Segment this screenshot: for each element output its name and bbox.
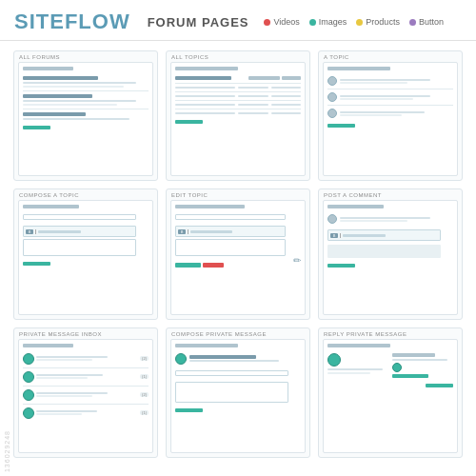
dot-products xyxy=(356,19,363,26)
card-reply-pm: REPLY PRIVATE MESSAGE xyxy=(318,327,463,458)
logo: SITEFLOW xyxy=(14,10,130,34)
card-label-compose-pm: COMPOSE PRIVATE MESSAGE xyxy=(167,328,309,339)
label-images: Images xyxy=(319,17,347,27)
pencil-icon: ✏ xyxy=(293,255,301,266)
card-label-edit-topic: EDIT TOPIC xyxy=(167,189,309,200)
card-compose-topic: COMPOSE A TOPIC B xyxy=(13,188,158,319)
browser-compose-topic: B xyxy=(18,200,153,314)
browser-reply-pm xyxy=(323,339,458,453)
browser-all-forums xyxy=(18,62,153,176)
label-products: Products xyxy=(366,17,400,27)
card-edit-topic: EDIT TOPIC B xyxy=(166,188,310,319)
card-a-topic: A TOPIC xyxy=(318,50,463,181)
legend-products: Products xyxy=(356,17,400,27)
browser-post-comment: B xyxy=(323,200,458,314)
wireframe-grid: ALL FORUMS ALL TOPICS xyxy=(0,41,476,467)
browser-compose-pm xyxy=(170,339,306,453)
legend: Videos Images Products Button xyxy=(264,17,443,27)
browser-all-topics xyxy=(170,62,306,176)
dot-images xyxy=(309,19,316,26)
card-label-compose-topic: COMPOSE A TOPIC xyxy=(14,189,157,200)
card-label-post-comment: POST A COMMENT xyxy=(319,189,462,200)
header: SITEFLOW FORUM PAGES Videos Images Produ… xyxy=(0,0,476,41)
card-compose-pm: COMPOSE PRIVATE MESSAGE xyxy=(166,327,310,458)
label-button: Button xyxy=(419,17,444,27)
dot-button xyxy=(409,19,416,26)
card-post-comment: POST A COMMENT B xyxy=(318,188,463,319)
legend-images: Images xyxy=(309,17,347,27)
card-label-pm-inbox: PRIVATE MESSAGE INBOX xyxy=(14,328,157,339)
card-label-all-topics: ALL TOPICS xyxy=(167,51,309,62)
card-label-reply-pm: REPLY PRIVATE MESSAGE xyxy=(319,328,462,339)
label-videos: Videos xyxy=(273,17,299,27)
card-label-a-topic: A TOPIC xyxy=(319,51,462,62)
card-all-forums: ALL FORUMS xyxy=(13,50,158,181)
legend-videos: Videos xyxy=(264,17,299,27)
page-title: FORUM PAGES xyxy=(148,15,249,30)
card-pm-inbox: PRIVATE MESSAGE INBOX (2) (1) xyxy=(13,327,158,458)
legend-button: Button xyxy=(409,17,444,27)
dot-videos xyxy=(264,19,270,26)
browser-pm-inbox: (2) (1) (2) xyxy=(18,339,153,453)
card-all-topics: ALL TOPICS xyxy=(166,50,310,181)
browser-edit-topic: B ✏ xyxy=(170,200,306,314)
watermark: 136029248 xyxy=(0,426,14,476)
card-label-all-forums: ALL FORUMS xyxy=(14,51,157,62)
browser-a-topic xyxy=(323,62,458,176)
